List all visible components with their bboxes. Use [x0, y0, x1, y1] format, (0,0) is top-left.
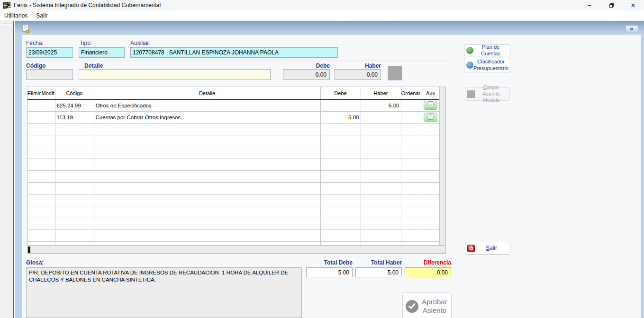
minimize-button[interactable]: – [579, 0, 600, 10]
cell-6 [401, 147, 421, 159]
plan-de-cuentas-button[interactable]: Plan de Cuentas [464, 44, 510, 56]
entries-body: 625.24.99Otros no Especificados5.00113.1… [27, 99, 440, 246]
blue-sphere-icon [466, 62, 473, 69]
empty-row[interactable] [27, 230, 440, 241]
detalle-input[interactable] [79, 69, 271, 80]
cell-2 [55, 147, 94, 159]
codigo-input[interactable] [26, 69, 73, 80]
cell-0 [27, 135, 41, 147]
cell-6 [401, 99, 421, 111]
aux-cell [421, 194, 440, 206]
aux-cell [421, 135, 440, 147]
aux-button[interactable] [424, 101, 437, 110]
fecha-label: Fecha: [26, 40, 44, 46]
column-header-5: Haber [361, 87, 401, 99]
aux-cell [421, 182, 440, 194]
haber-input[interactable]: 0.00 [335, 69, 381, 80]
menu-utilitarios[interactable]: Utilitarios [0, 11, 32, 20]
aux-cell [421, 206, 440, 218]
cell-3 [94, 241, 320, 246]
entry-row[interactable]: 113.19Cuentas por Cobrar Otros Ingresos5… [27, 111, 440, 123]
cell-5 [361, 159, 401, 170]
titlebar: Fenix - Sistema Integrado de Contabilida… [0, 0, 644, 10]
entry-row[interactable]: 625.24.99Otros no Especificados5.00 [27, 99, 440, 111]
cargar-asiento-modelo-button[interactable]: Cargar Asiento Modelo [465, 87, 510, 101]
empty-row[interactable] [27, 182, 440, 194]
aux-cell [421, 99, 440, 111]
cell-2 [55, 241, 94, 246]
cell-4 [320, 194, 361, 206]
empty-row[interactable] [27, 147, 440, 159]
cell-3 [94, 170, 320, 182]
auxiliar-input[interactable]: 1207708478 SANTILLAN ESPINOZA JOHANNA PA… [130, 47, 338, 58]
vertical-scrollbar[interactable] [439, 87, 445, 245]
empty-row[interactable] [27, 135, 440, 147]
cell-3 [94, 182, 320, 194]
restore-button[interactable] [600, 0, 622, 10]
cell-4 [320, 170, 361, 182]
cell-4 [320, 123, 361, 135]
menu-salir[interactable]: Salir [32, 11, 52, 20]
menubar: Utilitarios Salir [0, 10, 644, 21]
aux-cell [421, 230, 440, 241]
debe-input[interactable]: 0.00 [283, 69, 330, 80]
cell-5 [361, 123, 401, 135]
empty-row[interactable] [27, 123, 440, 135]
empty-row[interactable] [27, 170, 440, 182]
cell-6 [401, 241, 421, 246]
cell-2 [55, 182, 94, 194]
clasificador-presupuestario-button[interactable]: Clasificador Presupuestario [464, 58, 510, 72]
fecha-input[interactable]: 23/09/2025 [26, 47, 73, 58]
collapsed-side-panel[interactable] [0, 21, 14, 318]
empty-row[interactable] [27, 241, 440, 246]
empty-row[interactable] [27, 159, 440, 170]
green-sphere-icon [466, 47, 473, 54]
tipo-input[interactable]: Financiero [79, 47, 125, 58]
cell-2: 625.24.99 [55, 99, 94, 111]
salir-button[interactable]: Salir [465, 242, 510, 255]
cell-3 [94, 123, 320, 135]
close-button[interactable]: ✕ [622, 0, 644, 10]
hscroll-thumb[interactable] [28, 247, 30, 253]
cell-0 [27, 182, 41, 194]
cell-5 [361, 241, 401, 246]
cell-1 [41, 230, 55, 241]
cell-0 [27, 230, 41, 241]
app-window: Fenix - Sistema Integrado de Contabilida… [0, 0, 644, 318]
cell-5 [361, 206, 401, 218]
empty-row[interactable] [27, 218, 440, 230]
restore-icon [609, 3, 614, 8]
power-icon [467, 245, 475, 252]
horizontal-scrollbar[interactable] [27, 246, 446, 254]
cell-5 [361, 170, 401, 182]
cell-3 [94, 194, 320, 206]
column-header-7: Aux [421, 87, 440, 99]
cell-4 [320, 135, 361, 147]
aux-button[interactable] [424, 113, 437, 122]
cell-6 [401, 159, 421, 170]
cell-2 [55, 218, 94, 230]
cell-4 [320, 230, 361, 241]
app-logo-icon [3, 2, 11, 9]
panel-grip-icon [3, 24, 11, 25]
codigo-label: Código [26, 62, 45, 69]
haber-label: Haber [335, 62, 381, 69]
aprobar-asiento-button[interactable]: Aprobar Asiento [402, 292, 452, 318]
cell-6 [401, 170, 421, 182]
cell-3 [94, 218, 320, 230]
cell-4 [320, 147, 361, 159]
entries-grid: EliminModifCódigoDetalleDebeHaberOrdenar… [27, 87, 446, 246]
total-debe-label: Total Debe [306, 259, 353, 266]
cell-4 [320, 159, 361, 170]
cell-2 [55, 170, 94, 182]
cell-4 [320, 206, 361, 218]
cell-1 [41, 170, 55, 182]
empty-row[interactable] [27, 206, 440, 218]
entry-action-button[interactable] [388, 66, 402, 80]
glosa-textarea[interactable]: P/R. DEPOSITO EN CUENTA ROTATIVA DE INGR… [26, 267, 302, 318]
cell-0 [27, 111, 41, 123]
cell-2 [55, 206, 94, 218]
cell-0 [27, 241, 41, 246]
cell-2 [55, 159, 94, 170]
empty-row[interactable] [27, 194, 440, 206]
